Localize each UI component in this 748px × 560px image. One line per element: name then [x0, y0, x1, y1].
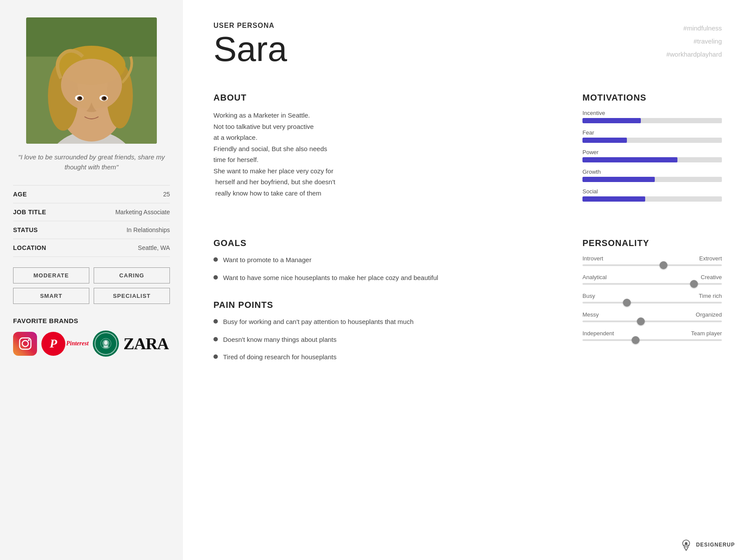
motivation-track-3	[582, 177, 722, 182]
personality-labels-3: Messy Organized	[582, 311, 722, 318]
personality-track-1	[582, 283, 722, 285]
persona-quote: "I love to be surrounded by great friend…	[13, 152, 170, 172]
age-value: 25	[163, 191, 170, 198]
personality-labels-2: Busy Time rich	[582, 293, 722, 299]
personality-track-4	[582, 339, 722, 341]
about-section: ABOUT Working as a Marketer in Seattle. …	[213, 93, 548, 208]
goal-bullet-0	[213, 257, 218, 262]
personality-left-1: Analytical	[582, 274, 607, 280]
personality-inner: PERSONALITY Introvert Extrovert Analytic…	[582, 238, 722, 341]
persona-label: USER PERSONA	[213, 22, 666, 30]
profile-photo	[26, 17, 157, 144]
persona-header: USER PERSONA Sara	[213, 22, 666, 75]
goal-item-1: Want to have some nice houseplants to ma…	[213, 273, 548, 283]
personality-left-0: Introvert	[582, 255, 603, 262]
goal-item-0: Want to promote to a Manager	[213, 255, 548, 265]
pain-item-0: Busy for working and can't pay attention…	[213, 317, 548, 327]
motivation-track-1	[582, 138, 722, 143]
personality-knob-3	[637, 317, 645, 325]
footer-brand: DESIGNERUP	[680, 538, 735, 551]
pain-text-0: Busy for working and can't pay attention…	[223, 317, 413, 327]
brands-logos: P Pinterest ZA	[13, 331, 170, 357]
goals-pain-section: GOALS Want to promote to a ManagerWant t…	[213, 221, 548, 370]
status-label: STATUS	[13, 226, 38, 233]
designerup-text: DESIGNERUP	[696, 542, 735, 548]
tag-caring: CARING	[94, 267, 170, 283]
tags-section: MODERATE CARING SMART SPECIALIST	[13, 267, 170, 304]
personality-left-4: Independent	[582, 330, 614, 337]
motivation-power: Power	[582, 149, 722, 162]
personality-rows: Introvert Extrovert Analytical Creative …	[582, 255, 722, 341]
motivation-label-3: Growth	[582, 169, 722, 175]
hashtag-mindfulness: #mindfulness	[666, 22, 722, 35]
about-title: ABOUT	[213, 93, 548, 103]
personality-row-2: Busy Time rich	[582, 293, 722, 304]
tag-smart: SMART	[13, 288, 89, 304]
pinterest-icon: P	[41, 332, 65, 356]
motivation-label-0: Incentive	[582, 110, 722, 116]
zara-logo: ZARA	[123, 334, 169, 353]
pain-bullet-0	[213, 319, 218, 324]
motivation-track-0	[582, 118, 722, 123]
personality-track-2	[582, 302, 722, 304]
hashtag-traveling: #traveling	[666, 35, 722, 48]
age-row: AGE 25	[13, 186, 170, 203]
hashtag-workhardplayhard: #workhardplayhard	[666, 48, 722, 61]
location-label: LOCATION	[13, 244, 46, 251]
motivations-section: MOTIVATIONS Incentive Fear Power Growth …	[582, 93, 722, 208]
personality-right-1: Creative	[701, 274, 722, 280]
motivation-fear: Fear	[582, 129, 722, 143]
svg-point-17	[22, 341, 28, 347]
svg-point-14	[79, 97, 81, 99]
personality-row-0: Introvert Extrovert	[582, 255, 722, 266]
personality-knob-0	[660, 261, 667, 269]
top-sections: ABOUT Working as a Marketer in Seattle. …	[213, 93, 722, 208]
instagram-icon	[13, 332, 37, 356]
pain-title: PAIN POINTS	[213, 300, 548, 310]
personality-row-4: Independent Team player	[582, 330, 722, 341]
svg-point-20	[104, 341, 108, 345]
location-value: Seattle, WA	[138, 244, 170, 251]
brands-title: FAVORITE BRANDS	[13, 317, 170, 324]
pain-bullet-2	[213, 354, 218, 359]
header-section: USER PERSONA Sara #mindfulness #travelin…	[213, 22, 722, 75]
svg-point-15	[103, 97, 106, 99]
personality-knob-1	[690, 280, 698, 288]
pain-section: PAIN POINTS Busy for working and can't p…	[213, 300, 548, 362]
persona-name: Sara	[213, 32, 666, 67]
personality-row-1: Analytical Creative	[582, 274, 722, 285]
personality-right-2: Time rich	[699, 293, 722, 299]
right-panel: USER PERSONA Sara #mindfulness #travelin…	[183, 0, 748, 560]
personality-labels-0: Introvert Extrovert	[582, 255, 722, 262]
motivations-title: MOTIVATIONS	[582, 93, 722, 103]
location-row: LOCATION Seattle, WA	[13, 239, 170, 257]
personality-labels-4: Independent Team player	[582, 330, 722, 337]
goals-list: Want to promote to a ManagerWant to have…	[213, 255, 548, 283]
personality-left-2: Busy	[582, 293, 595, 299]
motivation-fill-3	[582, 177, 655, 182]
pinterest-text: Pinterest	[66, 340, 88, 347]
goals-title: GOALS	[213, 238, 548, 248]
pinterest-brand: P Pinterest	[41, 332, 88, 356]
motivation-track-2	[582, 157, 722, 162]
motivation-growth: Growth	[582, 169, 722, 182]
pain-text-1: Doesn't know many things about plants	[223, 335, 337, 345]
status-value: In Relationships	[126, 226, 170, 233]
jobtitle-value: Marketing Associate	[115, 209, 170, 216]
svg-point-23	[685, 542, 687, 545]
age-label: AGE	[13, 191, 27, 198]
personality-row-3: Messy Organized	[582, 311, 722, 322]
personality-left-3: Messy	[582, 311, 599, 318]
tag-specialist: SPECIALIST	[94, 288, 170, 304]
jobtitle-label: JOB TITLE	[13, 209, 46, 216]
pain-item-1: Doesn't know many things about plants	[213, 335, 548, 345]
motivation-track-4	[582, 196, 722, 202]
goal-bullet-1	[213, 275, 218, 280]
personality-right-0: Extrovert	[699, 255, 722, 262]
about-text: Working as a Marketer in Seattle. Not to…	[213, 110, 548, 199]
motivation-fill-1	[582, 138, 627, 143]
info-table: AGE 25 JOB TITLE Marketing Associate STA…	[13, 185, 170, 257]
motivation-label-4: Social	[582, 188, 722, 195]
starbucks-icon	[93, 331, 119, 357]
motivation-label-1: Fear	[582, 129, 722, 136]
